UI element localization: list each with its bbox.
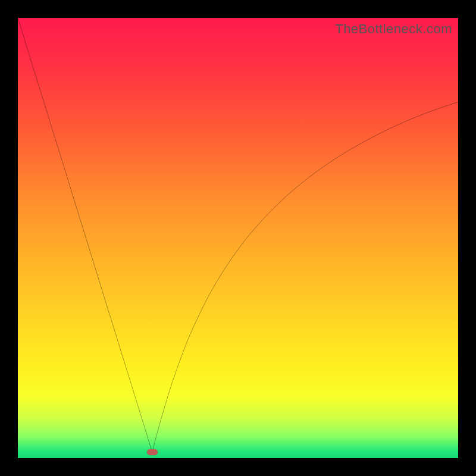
- minimum-marker: [147, 449, 158, 455]
- bottleneck-curve: [18, 18, 458, 458]
- chart-frame: TheBottleneck.com: [0, 0, 476, 476]
- plot-area: TheBottleneck.com: [18, 18, 458, 458]
